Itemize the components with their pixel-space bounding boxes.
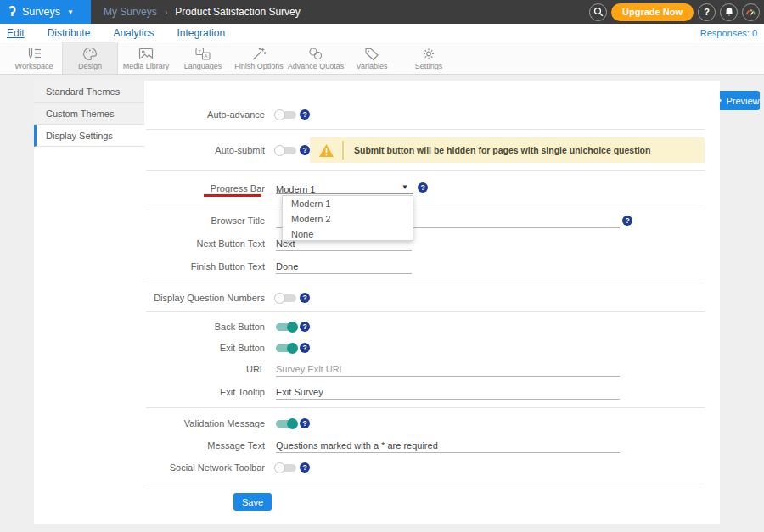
preview-label: Preview <box>726 96 759 106</box>
progress-bar-help-icon[interactable] <box>418 182 428 193</box>
auto-advance-help-icon[interactable] <box>300 109 310 120</box>
usage-meter-button[interactable] <box>742 3 760 21</box>
workspace-icon <box>25 47 42 61</box>
toolbar-item-label: Languages <box>184 62 222 70</box>
social-network-toolbar-help-icon[interactable] <box>300 462 310 473</box>
divider <box>146 170 705 171</box>
progress-bar-select[interactable]: Modern 1 ▼ <box>276 181 413 194</box>
warning-triangle-icon <box>318 143 334 158</box>
validation-message-toggle[interactable] <box>276 420 296 428</box>
divider <box>146 311 705 312</box>
exit-tooltip-input[interactable]: Exit Survey <box>276 386 323 398</box>
search-button[interactable] <box>589 3 607 21</box>
auto-advance-toggle[interactable] <box>276 111 296 119</box>
input-underline <box>276 376 620 377</box>
warning-text: Submit button will be hidden for pages w… <box>354 145 650 155</box>
upgrade-now-button[interactable]: Upgrade Now <box>611 3 694 21</box>
product-menu-label: Surveys <box>22 6 60 18</box>
progress-bar-selected-value: Modern 1 <box>276 184 315 194</box>
toolbar-item-finish-options[interactable]: Finish Options <box>231 42 287 74</box>
tab-distribute[interactable]: Distribute <box>48 27 91 39</box>
progress-bar-dropdown: Modern 1 Modern 2 None <box>282 195 413 241</box>
exit-url-label: URL <box>127 363 265 375</box>
dropdown-option-modern-1[interactable]: Modern 1 <box>283 196 413 211</box>
exit-button-toggle[interactable] <box>276 344 296 352</box>
svg-text:A: A <box>205 53 208 59</box>
input-underline <box>276 399 620 400</box>
toolbar-item-workspace[interactable]: Workspace <box>6 42 62 74</box>
page-title: Product Satisfaction Survey <box>175 6 300 18</box>
input-underline <box>276 250 412 251</box>
tab-edit[interactable]: Edit <box>7 27 25 39</box>
top-bar: ʔ Surveys ▼ My Surveys › Product Satisfa… <box>0 0 764 24</box>
warning-divider <box>342 141 344 160</box>
exit-button-label: Exit Button <box>127 342 265 354</box>
display-question-numbers-toggle[interactable] <box>276 294 296 302</box>
display-question-numbers-label: Display Question Numbers <box>127 292 265 304</box>
back-button-label: Back Button <box>127 321 265 333</box>
divider <box>146 210 705 210</box>
toolbar-item-settings[interactable]: Settings <box>401 42 457 74</box>
translate-icon: TA <box>194 47 211 61</box>
dropdown-option-none[interactable]: None <box>283 227 413 242</box>
breadcrumb-separator-icon: › <box>165 7 168 17</box>
help-button[interactable]: ? <box>698 3 716 21</box>
tab-analytics[interactable]: Analytics <box>113 27 154 39</box>
toolbar-item-advance-quotas[interactable]: Advance Quotas <box>288 42 344 74</box>
toolbar-item-languages[interactable]: TA Languages <box>175 42 231 74</box>
toolbar-item-label: Settings <box>415 62 443 70</box>
breadcrumb: My Surveys › Product Satisfaction Survey <box>104 0 301 24</box>
toolbar-item-design[interactable]: Design <box>62 42 118 74</box>
validation-message-label: Validation Message <box>127 417 265 429</box>
toolbar-item-variables[interactable]: Variables <box>344 42 400 74</box>
exit-tooltip-label: Exit Tooltip <box>127 386 265 398</box>
red-annotation-underline <box>204 194 261 197</box>
back-button-help-icon[interactable] <box>300 322 310 332</box>
tag-icon <box>363 47 380 61</box>
svg-text:T: T <box>198 48 201 53</box>
browser-title-label: Browser Title <box>127 215 265 227</box>
next-button-text-label: Next Button Text <box>127 238 265 249</box>
product-menu[interactable]: ʔ Surveys ▼ <box>0 0 91 24</box>
exit-url-input[interactable]: Survey Exit URL <box>276 363 345 375</box>
search-icon <box>593 7 604 17</box>
exit-button-help-icon[interactable] <box>300 343 310 353</box>
toolbar-item-label: Workspace <box>15 62 53 70</box>
auto-submit-toggle[interactable] <box>276 147 296 154</box>
divider <box>146 407 705 408</box>
gear-icon <box>420 47 437 61</box>
breadcrumb-parent[interactable]: My Surveys <box>104 6 157 18</box>
validation-message-help-icon[interactable] <box>300 418 310 428</box>
input-underline <box>276 452 620 453</box>
toolbar-item-label: Variables <box>357 62 388 70</box>
notifications-button[interactable] <box>720 3 738 21</box>
sidebar-item-standard-themes[interactable]: Standard Themes <box>34 81 144 103</box>
social-network-toolbar-label: Social Network Toolbar <box>127 462 265 473</box>
browser-title-help-icon[interactable] <box>622 216 632 226</box>
toolbar-item-label: Media Library <box>123 62 170 70</box>
chevron-down-icon: ▼ <box>402 183 408 191</box>
divider <box>146 283 705 283</box>
toolbar-item-label: Design <box>78 62 102 70</box>
survey-nav: Edit Distribute Analytics Integration Re… <box>0 24 764 42</box>
image-icon <box>138 47 154 61</box>
tab-integration[interactable]: Integration <box>177 27 225 39</box>
finish-button-text-label: Finish Button Text <box>127 260 265 272</box>
back-button-toggle[interactable] <box>276 323 296 331</box>
dropdown-option-modern-2[interactable]: Modern 2 <box>283 211 413 227</box>
responses-count[interactable]: Responses: 0 <box>700 28 757 38</box>
sidebar-item-label: Display Settings <box>46 131 113 141</box>
message-text-input[interactable]: Questions marked with a * are required <box>276 440 438 451</box>
gauge-icon <box>745 8 756 16</box>
chain-links-icon <box>307 47 324 61</box>
bell-icon <box>724 7 734 17</box>
finish-button-text-input[interactable]: Done <box>276 260 298 272</box>
message-text-label: Message Text <box>127 440 265 451</box>
social-network-toolbar-toggle[interactable] <box>276 464 296 472</box>
display-question-numbers-help-icon[interactable] <box>300 293 310 303</box>
toolbar-item-media-library[interactable]: Media Library <box>118 42 174 74</box>
save-button[interactable]: Save <box>233 493 272 511</box>
palette-icon <box>81 47 98 61</box>
design-toolbar: Workspace Design Media Library TA Langua… <box>0 42 764 75</box>
auto-submit-help-icon[interactable] <box>300 145 310 155</box>
